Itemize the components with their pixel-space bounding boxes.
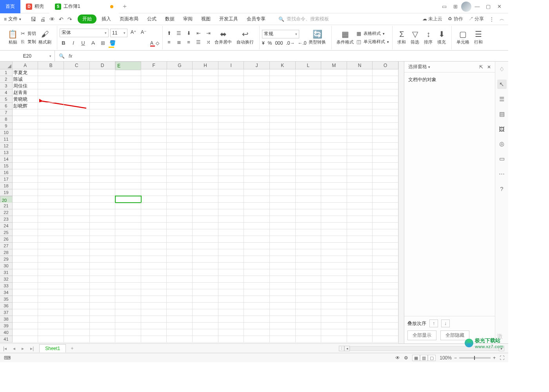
italic-button[interactable]: I (69, 39, 77, 47)
cell[interactable] (296, 243, 322, 249)
layout2-icon[interactable]: ⊞ (450, 2, 460, 12)
cell[interactable] (90, 329, 116, 336)
cell[interactable] (347, 229, 373, 236)
cell[interactable] (373, 203, 398, 209)
cell[interactable] (141, 116, 167, 123)
row-header[interactable]: 40 (0, 329, 13, 336)
cell[interactable] (38, 103, 64, 109)
collab-button[interactable]: ♻ 协作 (448, 16, 463, 22)
cell[interactable]: 彭晓辉 (13, 103, 38, 109)
cell[interactable] (244, 236, 270, 243)
cell[interactable] (270, 176, 296, 183)
cell[interactable] (373, 336, 398, 343)
cell[interactable] (90, 229, 116, 236)
row-header[interactable]: 8 (0, 116, 13, 123)
menu-review[interactable]: 审阅 (180, 14, 196, 24)
cell[interactable] (347, 116, 373, 123)
cell[interactable] (321, 263, 347, 269)
cell[interactable] (64, 323, 90, 329)
cell[interactable] (347, 156, 373, 163)
cell[interactable] (296, 323, 322, 329)
cell[interactable] (373, 116, 398, 123)
cell[interactable] (270, 329, 296, 336)
cell[interactable] (373, 183, 398, 189)
cell[interactable] (167, 96, 193, 103)
sheet-add-button[interactable]: ＋ (66, 345, 78, 352)
cell[interactable] (244, 229, 270, 236)
select-all-corner[interactable] (0, 62, 13, 69)
cell[interactable] (167, 76, 193, 83)
cell[interactable] (38, 89, 64, 96)
row-header[interactable]: 11 (0, 136, 13, 143)
cell[interactable] (296, 169, 322, 176)
cell[interactable] (115, 196, 141, 203)
cell[interactable] (193, 69, 218, 76)
cell[interactable] (296, 176, 322, 183)
cell[interactable] (296, 76, 322, 83)
cell[interactable] (296, 309, 322, 316)
cell[interactable] (270, 256, 296, 263)
cell[interactable] (38, 163, 64, 169)
cell[interactable] (64, 229, 90, 236)
cell[interactable] (218, 229, 244, 236)
cell[interactable] (218, 163, 244, 169)
cell[interactable] (193, 76, 218, 83)
cell[interactable] (296, 316, 322, 323)
cell[interactable] (13, 176, 38, 183)
cell[interactable] (347, 263, 373, 269)
menu-formula[interactable]: 公式 (144, 14, 160, 24)
cell[interactable] (38, 143, 64, 149)
cell[interactable] (218, 143, 244, 149)
cell[interactable] (244, 129, 270, 136)
layout1-icon[interactable]: ▭ (439, 2, 449, 12)
cell[interactable] (193, 323, 218, 329)
cell[interactable] (90, 209, 116, 216)
cell[interactable] (141, 269, 167, 276)
row-header[interactable]: 26 (0, 236, 13, 243)
format-painter-button[interactable]: 🖌格式刷 (36, 27, 54, 49)
cell[interactable] (141, 169, 167, 176)
cell[interactable] (347, 189, 373, 196)
menu-view[interactable]: 视图 (198, 14, 214, 24)
cell[interactable] (167, 283, 193, 289)
percent-button[interactable]: % (268, 40, 272, 46)
cell[interactable] (64, 116, 90, 123)
cell[interactable] (115, 149, 141, 156)
cell[interactable] (13, 123, 38, 129)
cell[interactable] (321, 196, 347, 203)
cell[interactable]: 陈诚 (13, 76, 38, 83)
cell[interactable] (167, 289, 193, 296)
cell[interactable] (193, 123, 218, 129)
cell[interactable] (218, 223, 244, 229)
cell[interactable] (218, 69, 244, 76)
cell[interactable] (141, 96, 167, 103)
cell[interactable] (193, 176, 218, 183)
spreadsheet-grid[interactable]: ABCDEFGHIJKLMNO 1李夏龙2陈诚3周佳佳4赵青青5黄晓晓6彭晓辉7… (0, 62, 398, 343)
cell[interactable] (13, 136, 38, 143)
cell[interactable] (13, 169, 38, 176)
cell[interactable] (347, 303, 373, 309)
cell[interactable] (13, 263, 38, 269)
tab-home[interactable]: 首页 (0, 0, 20, 13)
cell[interactable] (270, 336, 296, 343)
row-header[interactable]: 25 (0, 229, 13, 236)
cell[interactable] (321, 223, 347, 229)
cell[interactable] (167, 203, 193, 209)
cell[interactable] (167, 69, 193, 76)
cell[interactable] (115, 229, 141, 236)
cell[interactable] (141, 243, 167, 249)
cell[interactable] (90, 143, 116, 149)
row-header[interactable]: 10 (0, 129, 13, 136)
cell[interactable] (270, 89, 296, 96)
cell[interactable] (373, 323, 398, 329)
sheet-tab[interactable]: Sheet1 (39, 344, 66, 352)
align-center-button[interactable]: ≣ (175, 38, 183, 46)
cell[interactable] (244, 189, 270, 196)
cell[interactable] (167, 256, 193, 263)
row-header[interactable]: 24 (0, 223, 13, 229)
cell[interactable] (141, 203, 167, 209)
cell[interactable] (321, 243, 347, 249)
align-middle-button[interactable]: ☰ (175, 29, 183, 37)
cell[interactable] (90, 336, 116, 343)
cell[interactable] (13, 163, 38, 169)
